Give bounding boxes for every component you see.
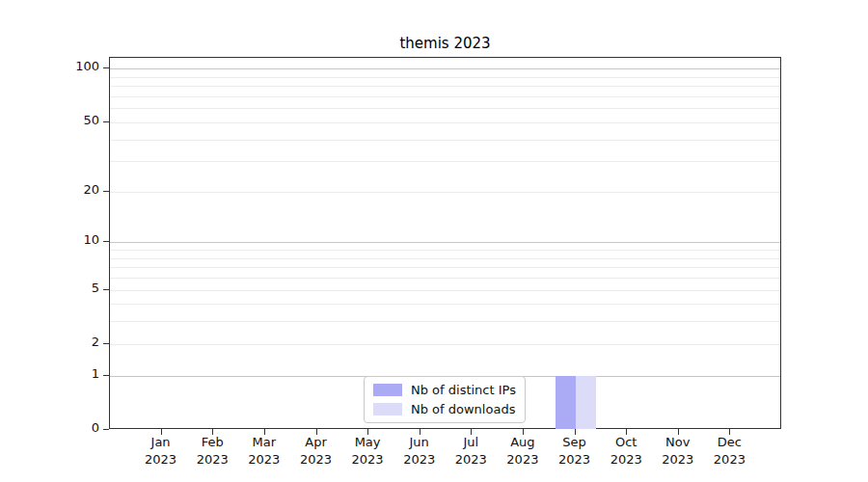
- y-tick: [103, 289, 109, 290]
- x-tick-label: Sep2023: [546, 434, 604, 469]
- y-minor-gridline: [110, 140, 780, 141]
- downloads-swatch-icon: [373, 403, 402, 415]
- x-tick-label: Dec2023: [700, 434, 758, 469]
- y-tick-label: 2: [34, 335, 99, 349]
- y-minor-gridline: [110, 250, 780, 251]
- chart-title: themis 2023: [109, 35, 781, 52]
- x-tick-label: Jan2023: [132, 434, 190, 469]
- legend-item-distinct-ips: Nb of distinct IPs: [373, 383, 516, 397]
- y-minor-gridline: [110, 77, 780, 78]
- y-tick: [103, 429, 109, 430]
- y-tick-label: 10: [34, 232, 99, 247]
- y-tick: [103, 121, 109, 122]
- y-tick: [103, 343, 109, 344]
- figure: themis 2023 Nb of distinct IPs Nb of dow…: [0, 0, 868, 482]
- y-minor-gridline: [110, 192, 780, 193]
- plot-area: [109, 57, 781, 429]
- x-tick-label: Apr2023: [287, 434, 345, 469]
- y-tick-label: 5: [34, 281, 99, 295]
- y-tick-label: 1: [34, 366, 99, 381]
- x-tick-label: Jul2023: [442, 434, 500, 469]
- y-tick: [103, 375, 109, 376]
- y-minor-gridline: [110, 161, 780, 162]
- y-minor-gridline: [110, 290, 780, 291]
- y-minor-gridline: [110, 96, 780, 97]
- y-tick-label: 0: [34, 420, 99, 435]
- y-tick-label: 50: [34, 113, 99, 127]
- x-tick-label: Nov2023: [649, 434, 707, 469]
- x-tick-label: Mar2023: [235, 434, 293, 469]
- y-minor-gridline: [110, 86, 780, 87]
- y-tick: [103, 241, 109, 242]
- x-tick-label: Oct2023: [597, 434, 655, 469]
- y-minor-gridline: [110, 278, 780, 279]
- x-tick-label: Aug2023: [494, 434, 552, 469]
- y-minor-gridline: [110, 267, 780, 268]
- legend-label-downloads: Nb of downloads: [411, 402, 515, 416]
- bar-distinct-ips: [556, 376, 576, 429]
- y-minor-gridline: [110, 122, 780, 123]
- y-minor-gridline: [110, 321, 780, 322]
- y-tick: [103, 191, 109, 192]
- y-minor-gridline: [110, 258, 780, 259]
- x-tick-label: Feb2023: [183, 434, 241, 469]
- x-tick-label: May2023: [339, 434, 396, 469]
- y-tick: [103, 67, 109, 68]
- y-minor-gridline: [110, 344, 780, 345]
- y-minor-gridline: [110, 108, 780, 109]
- bar-downloads: [576, 376, 596, 429]
- y-minor-gridline: [110, 304, 780, 305]
- x-tick-label: Jun2023: [391, 434, 448, 469]
- y-major-gridline: [110, 68, 780, 69]
- distinct-ips-swatch-icon: [373, 384, 402, 396]
- y-tick-label: 100: [34, 59, 99, 73]
- y-tick-label: 20: [34, 182, 99, 197]
- y-major-gridline: [110, 242, 780, 243]
- legend-item-downloads: Nb of downloads: [373, 402, 516, 416]
- legend-label-distinct-ips: Nb of distinct IPs: [411, 383, 516, 397]
- legend: Nb of distinct IPs Nb of downloads: [364, 376, 526, 423]
